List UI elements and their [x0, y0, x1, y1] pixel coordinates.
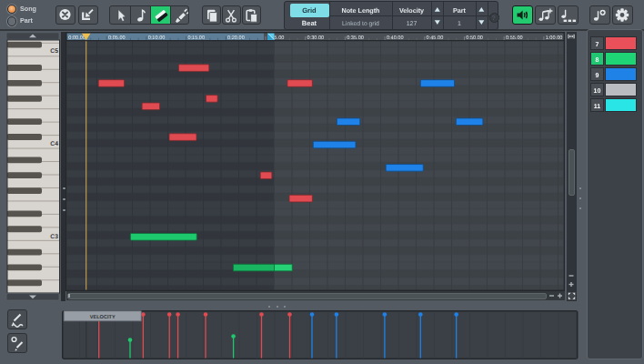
svg-text:7: 7	[596, 41, 599, 47]
svg-text:0:35.00: 0:35.00	[347, 35, 364, 41]
svg-text:0:15.00: 0:15.00	[187, 35, 205, 41]
svg-text:C4: C4	[50, 141, 58, 147]
svg-text:Part: Part	[453, 6, 467, 15]
svg-text:Beat: Beat	[302, 19, 317, 27]
svg-text:C3: C3	[50, 234, 58, 240]
svg-text:0:10.00: 0:10.00	[148, 35, 166, 41]
svg-text:1: 1	[458, 21, 461, 27]
svg-text:Linked to grid: Linked to grid	[342, 21, 379, 27]
svg-text:0:30.00: 0:30.00	[307, 35, 325, 41]
svg-text:1:00.00: 1:00.00	[546, 35, 563, 41]
svg-text:?: ?	[491, 15, 495, 22]
svg-text:127: 127	[407, 21, 418, 27]
svg-text:10: 10	[594, 87, 601, 94]
svg-text:0:55.00: 0:55.00	[506, 35, 523, 41]
svg-text:0:20.00: 0:20.00	[227, 35, 245, 41]
svg-text:0:00.00: 0:00.00	[68, 35, 86, 41]
svg-text:VELOCITY: VELOCITY	[90, 315, 116, 320]
svg-text:Velocity: Velocity	[399, 6, 424, 15]
svg-text:9: 9	[596, 72, 599, 78]
svg-text:0:45.00: 0:45.00	[427, 35, 444, 41]
svg-text:0:05.00: 0:05.00	[108, 35, 126, 41]
svg-text:11: 11	[594, 103, 601, 109]
svg-text:Note Length: Note Length	[342, 6, 380, 15]
svg-text:C5: C5	[50, 48, 58, 55]
svg-text:Grid: Grid	[302, 6, 317, 15]
svg-text:0:40.00: 0:40.00	[387, 35, 404, 41]
svg-text:8: 8	[596, 56, 599, 63]
svg-text:0:50.00: 0:50.00	[466, 35, 483, 41]
